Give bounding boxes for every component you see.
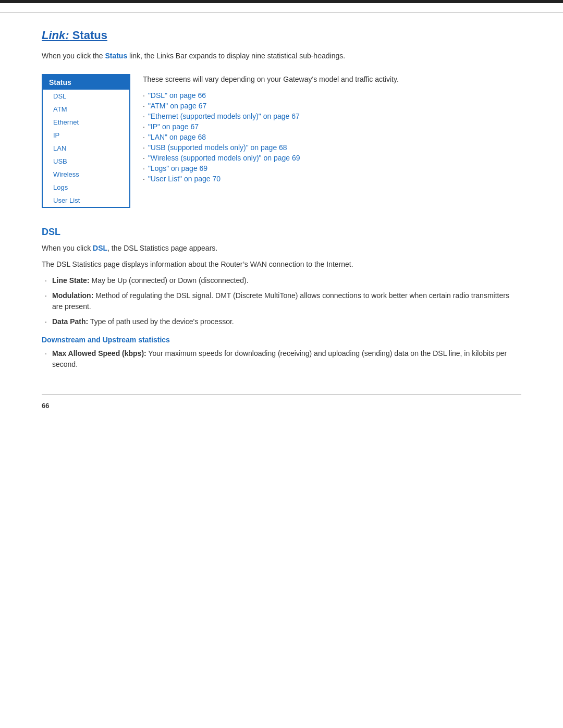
bullet-data-path: Data Path: Type of path used by the devi… xyxy=(42,316,521,327)
list-item: "ATM" on page 67 xyxy=(143,102,509,110)
page-container: Link: Status When you click the Status l… xyxy=(0,0,563,417)
dsl-bullet-list: Line State: May be Up (connected) or Dow… xyxy=(42,275,521,327)
sidebar-item-usb[interactable]: USB xyxy=(43,155,129,168)
status-content-links: "DSL" on page 66 "ATM" on page 67 "Ether… xyxy=(143,91,509,183)
sidebar-item-logs[interactable]: Logs xyxy=(43,181,129,194)
sidebar-item-dsl[interactable]: DSL xyxy=(43,90,129,103)
bottom-area: 66 xyxy=(0,387,563,417)
bottom-thin-line xyxy=(42,394,521,395)
dsl-sub-bullet-list: Max Allowed Speed (kbps): Your maximum s… xyxy=(42,348,521,370)
list-item: "Logs" on page 69 xyxy=(143,164,509,172)
intro-paragraph: When you click the Status link, the Link… xyxy=(42,51,521,61)
sidebar-item-atm[interactable]: ATM xyxy=(43,103,129,116)
status-box-container: Status DSL ATM Ethernet IP LAN USB Wirel… xyxy=(42,74,521,208)
bullet-bold-data-path: Data Path: xyxy=(52,317,88,326)
dsl-para1: When you click DSL, the DSL Statistics p… xyxy=(42,243,521,254)
bullet-modulation: Modulation: Method of regulating the DSL… xyxy=(42,290,521,312)
link-ip-page[interactable]: "IP" on page 67 xyxy=(148,122,199,131)
sidebar-item-ip[interactable]: IP xyxy=(43,129,129,142)
dsl-section-heading: DSL xyxy=(42,227,521,238)
downstream-upstream-heading: Downstream and Upstream statistics xyxy=(42,336,521,344)
list-item: "DSL" on page 66 xyxy=(143,91,509,100)
heading-normal[interactable]: Status xyxy=(69,29,107,42)
intro-text-before: When you click the xyxy=(42,52,105,60)
bullet-bold-modulation: Modulation: xyxy=(52,291,93,300)
link-logs-page[interactable]: "Logs" on page 69 xyxy=(148,164,207,172)
sidebar-item-userlist[interactable]: User List xyxy=(43,194,129,207)
bullet-bold-line-state: Line State: xyxy=(52,276,90,285)
status-sidebar-header: Status xyxy=(43,75,129,90)
heading-italic[interactable]: Link: xyxy=(42,29,69,42)
link-wireless-page[interactable]: "Wireless (supported models only)" on pa… xyxy=(148,154,300,162)
status-link[interactable]: Status xyxy=(105,52,127,60)
link-atm-page[interactable]: "ATM" on page 67 xyxy=(148,102,206,110)
dsl-para2: The DSL Statistics page displays informa… xyxy=(42,259,521,270)
list-item: "Ethernet (supported models only)" on pa… xyxy=(143,112,509,120)
top-border xyxy=(0,0,563,3)
status-content: These screens will vary depending on you… xyxy=(130,74,521,208)
dsl-para1-after: , the DSL Statistics page appears. xyxy=(107,244,217,252)
bullet-max-speed: Max Allowed Speed (kbps): Your maximum s… xyxy=(42,348,521,370)
status-sidebar: Status DSL ATM Ethernet IP LAN USB Wirel… xyxy=(42,74,130,208)
list-item: "IP" on page 67 xyxy=(143,122,509,131)
content-area: Link: Status When you click the Status l… xyxy=(0,13,563,417)
link-lan-page[interactable]: "LAN" on page 68 xyxy=(148,133,206,141)
link-usb-page[interactable]: "USB (supported models only)" on page 68 xyxy=(148,143,287,152)
bullet-bold-max-speed: Max Allowed Speed (kbps): xyxy=(52,349,146,357)
list-item: "Wireless (supported models only)" on pa… xyxy=(143,154,509,162)
list-item: "LAN" on page 68 xyxy=(143,133,509,141)
dsl-section: DSL When you click DSL, the DSL Statisti… xyxy=(42,227,521,370)
dsl-para1-before: When you click xyxy=(42,244,93,252)
page-number: 66 xyxy=(42,402,49,410)
bullet-line-state: Line State: May be Up (connected) or Dow… xyxy=(42,275,521,286)
list-item: "USB (supported models only)" on page 68 xyxy=(143,143,509,152)
page-heading: Link: Status xyxy=(42,29,521,42)
link-ethernet-page[interactable]: "Ethernet (supported models only)" on pa… xyxy=(148,112,300,120)
sidebar-item-lan[interactable]: LAN xyxy=(43,142,129,155)
dsl-link[interactable]: DSL xyxy=(93,244,107,252)
link-dsl-page[interactable]: "DSL" on page 66 xyxy=(148,91,206,100)
sidebar-item-wireless[interactable]: Wireless xyxy=(43,168,129,181)
intro-text-after: link, the Links Bar expands to display n… xyxy=(127,52,345,60)
link-userlist-page[interactable]: "User List" on page 70 xyxy=(148,175,221,183)
sidebar-item-ethernet[interactable]: Ethernet xyxy=(43,116,129,129)
status-content-description: These screens will vary depending on you… xyxy=(143,74,509,85)
list-item: "User List" on page 70 xyxy=(143,175,509,183)
